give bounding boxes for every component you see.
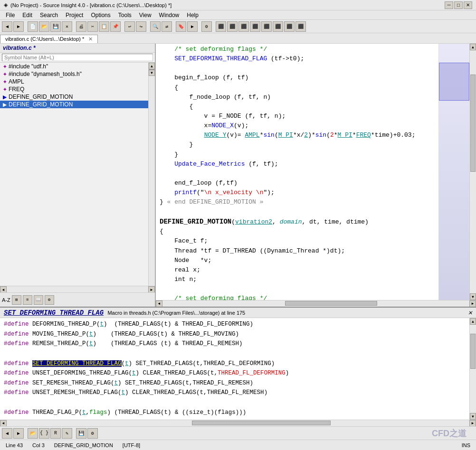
- left-hscroll-right[interactable]: ►: [148, 286, 155, 293]
- tab-vibration[interactable]: vibration.c (C:\Users\...\Desktop) * ✕: [0, 35, 98, 43]
- menu-project[interactable]: Project: [62, 11, 87, 19]
- code-vscroll-track[interactable]: [470, 50, 476, 293]
- bt-back-btn[interactable]: ◀: [2, 428, 12, 439]
- code-vscroll-up[interactable]: ▲: [470, 44, 476, 50]
- tb-extra3-btn[interactable]: ⬛: [238, 21, 249, 32]
- symbol-search-input[interactable]: [2, 54, 153, 61]
- code-hscroll-right[interactable]: ►: [469, 300, 476, 307]
- symbol-item-ampl[interactable]: ✦ AMPL: [0, 78, 148, 85]
- symbol-vscroll-down[interactable]: ▼: [149, 69, 155, 76]
- minimap: [438, 44, 469, 300]
- code-vscroll-thumb[interactable]: [470, 75, 476, 172]
- tb-print-btn[interactable]: 🖨: [76, 21, 86, 32]
- bottom-code-content[interactable]: #define DEFORMING_THREAD_P(t) (THREAD_FL…: [0, 318, 469, 420]
- code-hscroll-left[interactable]: ◄: [156, 300, 162, 307]
- menu-help[interactable]: Help: [183, 11, 202, 19]
- bottom-scroll-area: #define DEFORMING_THREAD_P(t) (THREAD_FL…: [0, 318, 476, 420]
- bottom-hscroll-right[interactable]: ►: [469, 420, 476, 427]
- symbol-item-define2[interactable]: ▶ DEFINE_GRID_MOTION: [0, 101, 148, 108]
- symbol-search-container: [0, 53, 155, 63]
- tb-extra1-btn[interactable]: ⬛: [216, 21, 226, 32]
- lp-list-btn[interactable]: ≡: [23, 295, 32, 305]
- tb-extra7-btn[interactable]: ⬛: [284, 21, 295, 32]
- tb-cut-btn[interactable]: ✂: [87, 21, 98, 32]
- bottom-hscroll-track[interactable]: [7, 420, 469, 426]
- tb-undo-btn[interactable]: ↩: [124, 21, 135, 32]
- menu-options[interactable]: Options: [87, 11, 114, 19]
- bt-open-btn[interactable]: 📂: [28, 428, 38, 439]
- tb-extra5-btn[interactable]: ⬛: [261, 21, 272, 32]
- bottom-panel-close[interactable]: ✕: [468, 309, 472, 317]
- minimize-button[interactable]: ─: [445, 1, 453, 9]
- symbol-label-include2: #include "dynamesh_tools.h": [9, 71, 82, 77]
- tb-find-btn[interactable]: 🔍: [150, 21, 161, 32]
- code-vscroll[interactable]: ▲ ▼: [469, 44, 476, 300]
- symbol-vscroll-thumb[interactable]: [149, 69, 154, 70]
- lp-book-btn[interactable]: 📖: [34, 295, 43, 305]
- symbol-item-freq[interactable]: ✦ FREQ: [0, 85, 148, 93]
- tb-extra4-btn[interactable]: ⬛: [250, 21, 260, 32]
- left-hscroll-track[interactable]: [7, 286, 148, 292]
- close-button[interactable]: ✕: [464, 1, 472, 9]
- lp-gear-btn[interactable]: ⚙: [45, 295, 54, 305]
- code-content[interactable]: /* set deforming flags */ SET_DEFORMING_…: [156, 44, 438, 300]
- left-panel-toolbar: A-Z ⊞ ≡ 📖 ⚙: [0, 292, 155, 307]
- menu-tools[interactable]: Tools: [114, 11, 135, 19]
- minimap-viewport[interactable]: [439, 63, 469, 101]
- tb-extra8-btn[interactable]: ⬛: [295, 21, 306, 32]
- tb-fwd-btn[interactable]: ▶: [13, 21, 24, 32]
- bt-fwd-btn[interactable]: ▶: [13, 428, 24, 439]
- menu-edit[interactable]: Edit: [19, 11, 36, 19]
- code-vscroll-down[interactable]: ▼: [470, 293, 476, 300]
- symbol-item-include2[interactable]: ✦ #include "dynamesh_tools.h": [0, 70, 148, 78]
- symbol-vscroll-up[interactable]: ▲: [149, 63, 155, 69]
- bt-ref-btn[interactable]: R: [50, 428, 61, 439]
- menu-view[interactable]: View: [135, 11, 155, 19]
- app-icon: ◈: [4, 2, 8, 8]
- tb-new-btn[interactable]: 📄: [28, 21, 38, 32]
- bottom-hscroll-thumb[interactable]: [192, 421, 331, 425]
- symbol-label-define1: DEFINE_GRID_MOTION: [9, 94, 73, 100]
- symbol-icon-define1: ▶: [3, 94, 7, 100]
- symbol-item-include1[interactable]: ✦ #include "udf.h": [0, 63, 148, 70]
- tb-open-btn[interactable]: 📂: [39, 21, 49, 32]
- bt-edit-btn[interactable]: ✎: [62, 428, 72, 439]
- bottom-vscroll-thumb[interactable]: [470, 334, 476, 369]
- tb-extra2-btn[interactable]: ⬛: [227, 21, 238, 32]
- lp-grid-btn[interactable]: ⊞: [12, 295, 21, 305]
- bottom-vscroll[interactable]: ▲ ▼: [469, 318, 476, 420]
- tb-bookmark-btn[interactable]: 🔖: [176, 21, 186, 32]
- code-hscroll-track[interactable]: [162, 300, 469, 307]
- title-bar: ◈ (No Project) - Source Insight 4.0 - [v…: [0, 0, 476, 10]
- tb-redo-btn[interactable]: ↪: [136, 21, 146, 32]
- symbol-list: ✦ #include "udf.h" ✦ #include "dynamesh_…: [0, 63, 148, 286]
- tb-replace-btn[interactable]: ⇄: [162, 21, 172, 32]
- tb-paste-btn[interactable]: 📌: [110, 21, 121, 32]
- tb-settings-btn[interactable]: ⚙: [201, 21, 212, 32]
- left-hscroll-left[interactable]: ◄: [0, 286, 7, 293]
- bt-save-btn[interactable]: 💾: [76, 428, 86, 439]
- symbol-vscroll[interactable]: ▲ ▼: [148, 63, 155, 286]
- watermark: CFD之道: [432, 428, 466, 439]
- maximize-button[interactable]: □: [454, 1, 463, 9]
- bottom-vscroll-up[interactable]: ▲: [470, 318, 476, 325]
- tb-run-btn[interactable]: ▶: [187, 21, 198, 32]
- tb-back-btn[interactable]: ◀: [2, 21, 12, 32]
- code-hscroll-thumb[interactable]: [285, 301, 377, 306]
- bt-code-btn[interactable]: { }: [39, 428, 49, 439]
- tb-close-btn[interactable]: ✕: [62, 21, 72, 32]
- menu-window[interactable]: Window: [155, 11, 183, 19]
- tb-extra6-btn[interactable]: ⬛: [273, 21, 283, 32]
- menu-search[interactable]: Search: [36, 11, 62, 19]
- menu-file[interactable]: File: [2, 11, 19, 19]
- bottom-hscroll-left[interactable]: ◄: [0, 420, 7, 427]
- tab-close-icon[interactable]: ✕: [88, 36, 93, 42]
- bt-gear-btn[interactable]: ⚙: [87, 428, 98, 439]
- tb-copy-btn[interactable]: 📋: [99, 21, 109, 32]
- bottom-vscroll-down[interactable]: ▼: [470, 413, 476, 420]
- bottom-vscroll-track[interactable]: [470, 325, 476, 413]
- status-line: Line 43: [4, 442, 25, 448]
- tb-save-btn[interactable]: 💾: [50, 21, 61, 32]
- tab-bar: vibration.c (C:\Users\...\Desktop) * ✕: [0, 33, 476, 44]
- symbol-item-define1[interactable]: ▶ DEFINE_GRID_MOTION: [0, 93, 148, 101]
